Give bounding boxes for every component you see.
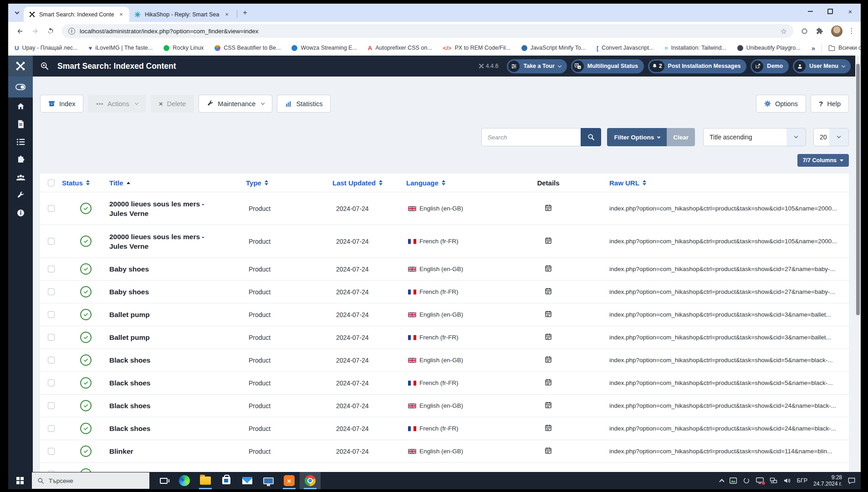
tray-expand-icon[interactable] xyxy=(719,479,724,484)
actions-button[interactable]: ••• Actions xyxy=(88,95,146,113)
sidebar-item-system[interactable] xyxy=(8,186,33,204)
take-a-tour-button[interactable]: Take a Tour xyxy=(507,59,567,73)
bookmark-item[interactable]: A Autoprefixer CSS on... xyxy=(368,45,432,51)
status-published-icon[interactable] xyxy=(80,286,92,297)
sidebar-item-components[interactable] xyxy=(8,151,33,169)
network-tray-icon[interactable] xyxy=(770,477,777,484)
page-info-icon[interactable]: i xyxy=(68,28,75,35)
edge-button[interactable] xyxy=(174,472,195,489)
search-button[interactable] xyxy=(581,128,601,146)
row-checkbox[interactable] xyxy=(48,205,55,212)
status-published-icon[interactable] xyxy=(80,236,92,247)
extension-badge-icon[interactable] xyxy=(802,28,807,34)
bookmark-item[interactable]: ≈ Installation: Tailwind... xyxy=(664,45,726,51)
photos-tray-icon[interactable] xyxy=(730,477,737,484)
calendar-details-icon[interactable] xyxy=(545,424,552,433)
calendar-details-icon[interactable] xyxy=(545,379,552,388)
status-published-icon[interactable] xyxy=(80,400,92,411)
new-tab-button[interactable]: + xyxy=(239,7,251,19)
bookmark-item[interactable]: ♥ iLoveIMG | The faste... xyxy=(89,45,153,51)
bookmark-item[interactable]: Unibeautify Playgro... xyxy=(737,45,801,51)
options-button[interactable]: Options xyxy=(756,95,806,113)
status-published-icon[interactable] xyxy=(80,377,92,389)
page-scrollbar[interactable] xyxy=(855,56,861,472)
task-view-button[interactable] xyxy=(153,472,174,489)
row-checkbox[interactable] xyxy=(48,334,55,341)
input-language-indicator[interactable]: БГР xyxy=(797,477,807,484)
header-type[interactable]: Type xyxy=(246,179,332,187)
tab-search-chevron-icon[interactable] xyxy=(11,7,23,19)
remote-session-tray-icon[interactable] xyxy=(756,477,764,484)
scrollbar-thumb[interactable] xyxy=(856,64,860,315)
browser-tab[interactable]: Smart Search: Indexed Content × xyxy=(24,7,129,22)
restore-button[interactable] xyxy=(827,8,833,15)
sidebar-item-help[interactable] xyxy=(8,204,33,222)
calendar-details-icon[interactable] xyxy=(545,310,552,319)
user-menu-button[interactable]: User Menu xyxy=(793,59,851,73)
filter-options-button[interactable]: Filter Options xyxy=(607,128,667,146)
taskbar-search[interactable] xyxy=(32,472,149,489)
bookmark-item[interactable]: [ Convert Javascript... xyxy=(597,45,654,51)
calendar-details-icon[interactable] xyxy=(545,237,552,246)
status-published-icon[interactable] xyxy=(80,332,92,343)
calendar-details-icon[interactable] xyxy=(545,265,552,274)
sidebar-item-menus[interactable] xyxy=(8,133,33,151)
file-explorer-button[interactable] xyxy=(195,472,216,489)
calendar-details-icon[interactable] xyxy=(545,447,552,456)
row-checkbox[interactable] xyxy=(48,448,55,455)
bookmarks-overflow-icon[interactable]: » xyxy=(812,44,815,52)
sidebar-item-toggle[interactable] xyxy=(8,77,33,97)
header-last-updated[interactable]: Last Updated xyxy=(332,179,406,187)
status-published-icon[interactable] xyxy=(80,354,92,366)
browser-menu-icon[interactable]: ⋮ xyxy=(847,27,856,35)
reload-icon[interactable] xyxy=(44,24,57,38)
row-checkbox[interactable] xyxy=(48,266,55,272)
maintenance-button[interactable]: Maintenance xyxy=(199,95,272,113)
onedrive-tray-icon[interactable] xyxy=(743,477,750,484)
extensions-puzzle-icon[interactable] xyxy=(813,24,827,38)
row-checkbox[interactable] xyxy=(48,402,55,409)
multilingual-status-button[interactable]: Aa Multilingual Status xyxy=(571,59,644,73)
sidebar-item-home[interactable] xyxy=(8,97,33,115)
minimize-button[interactable] xyxy=(807,8,813,15)
columns-toggle-button[interactable]: 7/7 Columns xyxy=(797,154,849,167)
volume-tray-icon[interactable] xyxy=(783,477,791,484)
action-center-icon[interactable] xyxy=(848,477,855,484)
bookmark-item[interactable]: Rocky Linux xyxy=(163,45,204,51)
taskbar-clock[interactable]: 9:28 24.7.2024 г. xyxy=(813,474,842,487)
row-checkbox[interactable] xyxy=(48,357,55,364)
calendar-details-icon[interactable] xyxy=(545,204,552,213)
header-status[interactable]: Status xyxy=(62,179,109,187)
calendar-details-icon[interactable] xyxy=(545,333,552,342)
help-button[interactable]: ? Help xyxy=(811,95,849,113)
bookmark-star-icon[interactable]: ☆ xyxy=(781,27,787,36)
url-text[interactable]: localhost/administrator/index.php?option… xyxy=(80,28,777,35)
bookmark-item[interactable]: JavaScript Minify To... xyxy=(521,45,586,51)
bookmark-item[interactable]: Wowza Streaming E... xyxy=(291,45,357,51)
post-installation-messages-button[interactable]: 2 Post Installation Messages xyxy=(648,59,746,73)
row-checkbox[interactable] xyxy=(48,379,55,386)
status-published-icon[interactable] xyxy=(80,309,92,320)
xampp-button[interactable]: × xyxy=(279,472,300,489)
browser-tab[interactable]: HikaShop - Reply: Smart Search × xyxy=(129,7,235,22)
header-language[interactable]: Language xyxy=(406,179,503,187)
status-published-icon[interactable] xyxy=(80,446,92,457)
chrome-button[interactable] xyxy=(300,472,321,489)
index-button[interactable]: Index xyxy=(40,95,83,113)
search-input[interactable] xyxy=(481,128,581,146)
all-bookmarks-folder[interactable]: Всички отметки xyxy=(828,45,861,51)
header-raw-url[interactable]: Raw URL xyxy=(594,179,849,187)
close-button[interactable]: × xyxy=(847,8,853,15)
status-published-icon[interactable] xyxy=(80,468,92,472)
row-checkbox[interactable] xyxy=(48,425,55,432)
start-button[interactable] xyxy=(8,472,32,489)
status-published-icon[interactable] xyxy=(80,203,92,214)
statistics-button[interactable]: Statistics xyxy=(277,95,331,113)
calendar-details-icon[interactable] xyxy=(545,287,552,297)
header-title[interactable]: Title xyxy=(109,179,246,187)
sidebar-item-users[interactable] xyxy=(8,169,33,186)
mail-button[interactable] xyxy=(237,472,258,489)
row-checkbox[interactable] xyxy=(48,288,55,295)
address-bar[interactable]: i localhost/administrator/index.php?opti… xyxy=(62,24,793,38)
microsoft-store-button[interactable] xyxy=(216,472,237,489)
